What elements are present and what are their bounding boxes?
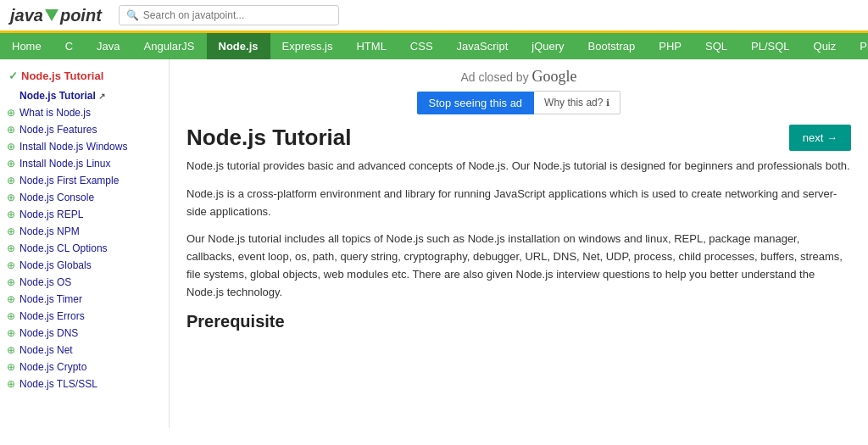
ad-banner: Ad closed by Google Stop seeing this ad …	[186, 68, 851, 114]
ad-buttons: Stop seeing this ad Why this ad? ℹ	[186, 91, 851, 114]
nav-item-pl-sql[interactable]: PL/SQL	[739, 33, 802, 59]
search-box[interactable]: 🔍	[119, 5, 339, 25]
nav-item-jquery[interactable]: jQuery	[520, 33, 576, 59]
sidebar-item-label: What is Node.js	[19, 107, 91, 119]
header: javapoint 🔍	[0, 0, 868, 33]
nav-item-bootstrap[interactable]: Bootstrap	[576, 33, 648, 59]
sidebar-item-label: Node.js DNS	[19, 327, 78, 339]
sidebar-item[interactable]: ⊕Node.js Console	[0, 189, 169, 206]
sidebar-item-label: Node.js REPL	[19, 209, 83, 220]
sidebar-item-label: Install Node.js Windows	[19, 141, 127, 153]
sidebar-item[interactable]: ⊕Node.js REPL	[0, 206, 169, 223]
plus-icon: ⊕	[7, 209, 17, 220]
nav-item-express-js[interactable]: Express.js	[270, 33, 345, 59]
sidebar-item[interactable]: ⊕Node.js Timer	[0, 291, 169, 308]
sidebar-item-label: Node.js First Example	[19, 175, 119, 186]
nav-item-angularjs[interactable]: AngularJS	[132, 33, 207, 59]
plus-icon: ⊕	[7, 344, 17, 356]
content-paragraph: Our Node.js tutorial includes all topics…	[186, 231, 851, 301]
sidebar-item[interactable]: ⊕Node.js OS	[0, 274, 169, 291]
plus-icon: ⊕	[7, 276, 17, 288]
sidebar-heading: ✓ Node.js Tutorial	[0, 66, 169, 87]
plus-icon: ⊕	[7, 327, 17, 339]
main-paragraphs: Node.js tutorial provides basic and adva…	[186, 158, 851, 302]
sidebar-item[interactable]: ⊕Node.js TLS/SSL	[0, 375, 169, 392]
plus-icon: ⊕	[7, 310, 17, 322]
prerequisite-heading: Prerequisite	[186, 312, 851, 331]
sidebar-item-label: Node.js Net	[19, 344, 73, 356]
page-title: Node.js Tutorial	[186, 125, 352, 151]
sidebar-item[interactable]: ⊕Node.js Features	[0, 121, 169, 138]
ad-google-label: Google	[532, 68, 577, 85]
main-content: Ad closed by Google Stop seeing this ad …	[170, 59, 868, 428]
sidebar-item[interactable]: ⊕Node.js Globals	[0, 257, 169, 274]
sidebar-items: Node.js Tutorial ↗⊕What is Node.js⊕Node.…	[0, 87, 169, 392]
search-icon: 🔍	[126, 9, 139, 21]
sidebar-item-label: Node.js Console	[19, 192, 94, 203]
sidebar-item[interactable]: ⊕Node.js Crypto	[0, 359, 169, 375]
sidebar-item[interactable]: ⊕Node.js Errors	[0, 308, 169, 325]
content-paragraph: Node.js is a cross-platform environment …	[186, 186, 851, 221]
sidebar-item-label: Node.js Globals	[19, 259, 92, 271]
plus-icon: ⊕	[7, 259, 17, 271]
sidebar-item-label: Node.js Features	[19, 124, 97, 136]
plus-icon: ⊕	[7, 378, 17, 390]
sidebar-item-label: Node.js TLS/SSL	[19, 378, 97, 390]
sidebar-item[interactable]: ⊕Node.js DNS	[0, 325, 169, 342]
check-icon: ✓	[8, 70, 18, 82]
sidebar-item[interactable]: ⊕What is Node.js	[0, 104, 169, 121]
sidebar-item-label: Node.js Tutorial	[19, 90, 96, 102]
external-link-icon: ↗	[98, 92, 105, 101]
nav-item-projects[interactable]: Projects	[848, 33, 868, 59]
logo: javapoint	[10, 6, 102, 25]
sidebar-item[interactable]: ⊕Node.js First Example	[0, 172, 169, 189]
plus-icon: ⊕	[7, 141, 17, 153]
plus-icon: ⊕	[7, 361, 17, 373]
nav-item-css[interactable]: CSS	[398, 33, 445, 59]
sidebar-item-label: Node.js Timer	[19, 293, 82, 305]
navbar: HomeCJavaAngularJSNode.jsExpress.jsHTMLC…	[0, 33, 868, 59]
sidebar-item[interactable]: Node.js Tutorial ↗	[0, 87, 169, 104]
nav-item-php[interactable]: PHP	[647, 33, 693, 59]
plus-icon: ⊕	[7, 107, 17, 119]
plus-icon: ⊕	[7, 225, 17, 237]
plus-icon: ⊕	[7, 192, 17, 203]
sidebar-item[interactable]: ⊕Node.js NPM	[0, 223, 169, 240]
plus-icon: ⊕	[7, 293, 17, 305]
logo-point: point	[60, 6, 102, 25]
layout: ✓ Node.js Tutorial Node.js Tutorial ↗⊕Wh…	[0, 59, 868, 428]
sidebar-heading-label: Node.js Tutorial	[21, 70, 103, 82]
sidebar-item-label: Node.js CL Options	[19, 242, 108, 254]
plus-icon: ⊕	[7, 124, 17, 136]
nav-item-c[interactable]: C	[53, 33, 85, 59]
sidebar-item-label: Install Node.js Linux	[19, 158, 110, 170]
sidebar-item-label: Node.js OS	[19, 276, 71, 288]
nav-item-node-js[interactable]: Node.js	[207, 33, 270, 59]
plus-icon: ⊕	[7, 158, 17, 170]
nav-item-javascript[interactable]: JavaScript	[445, 33, 520, 59]
sidebar-item[interactable]: ⊕Node.js CL Options	[0, 240, 169, 257]
sidebar-item-label: Node.js Crypto	[19, 361, 86, 373]
next-button[interactable]: next →	[789, 125, 851, 151]
content-paragraph: Node.js tutorial provides basic and adva…	[186, 158, 851, 175]
sidebar-item[interactable]: ⊕Node.js Net	[0, 342, 169, 359]
plus-icon: ⊕	[7, 242, 17, 254]
logo-java: java	[10, 6, 43, 25]
nav-item-sql[interactable]: SQL	[693, 33, 739, 59]
nav-item-quiz[interactable]: Quiz	[802, 33, 849, 59]
sidebar-item-label: Node.js NPM	[19, 225, 80, 237]
stop-seeing-ad-button[interactable]: Stop seeing this ad	[417, 92, 535, 114]
nav-item-home[interactable]: Home	[0, 33, 53, 59]
search-input[interactable]	[143, 9, 331, 21]
why-this-ad-button[interactable]: Why this ad? ℹ	[534, 91, 620, 114]
logo-triangle-icon	[45, 9, 58, 21]
nav-item-java[interactable]: Java	[85, 33, 131, 59]
info-icon: ℹ	[606, 97, 609, 108]
sidebar-item[interactable]: ⊕Install Node.js Linux	[0, 155, 169, 172]
sidebar: ✓ Node.js Tutorial Node.js Tutorial ↗⊕Wh…	[0, 59, 170, 428]
ad-closed-text: Ad closed by Google	[186, 68, 851, 86]
nav-item-html[interactable]: HTML	[344, 33, 398, 59]
plus-icon: ⊕	[7, 175, 17, 186]
content-top: Node.js Tutorial next →	[186, 125, 851, 151]
sidebar-item[interactable]: ⊕Install Node.js Windows	[0, 138, 169, 155]
